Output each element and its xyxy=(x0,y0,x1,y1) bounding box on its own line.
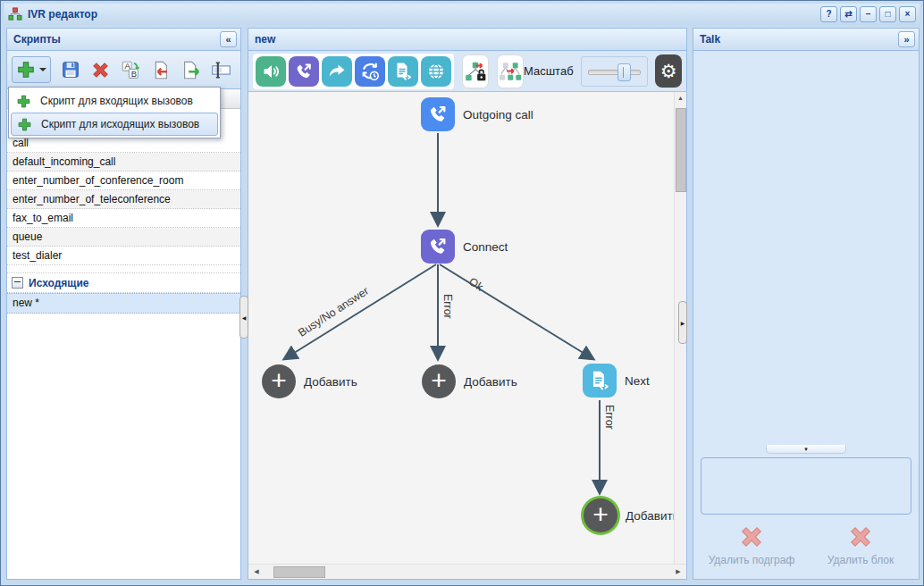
delete-subgraph-label: Удалить подграф xyxy=(709,554,795,566)
text-field-icon xyxy=(211,60,231,80)
collapse-left-panel-button[interactable]: « xyxy=(220,31,237,47)
menu-item-label: Скрипт для входящих вызовов xyxy=(40,95,193,107)
subgraph-lock-icon xyxy=(464,60,487,83)
graph-node[interactable]: +Добавить xyxy=(422,364,517,398)
expand-right-panel-button[interactable]: » xyxy=(898,31,915,47)
maximize-button[interactable]: □ xyxy=(879,6,896,22)
redirect-block-button[interactable] xyxy=(322,56,352,87)
graph-node[interactable]: +Добавить xyxy=(262,364,357,398)
titlebar: IVR редактор ?⇄–□× xyxy=(4,4,920,25)
zoom-slider[interactable] xyxy=(581,56,649,87)
horizontal-scroll-thumb[interactable] xyxy=(273,566,325,578)
plus-icon: + xyxy=(592,501,609,528)
add-node-icon[interactable]: + xyxy=(422,364,456,398)
delete-x-icon xyxy=(847,523,874,550)
editor-panel-title: new xyxy=(255,33,275,46)
script-list: calldefault_incoming_callenter_number_of… xyxy=(7,134,240,265)
horizontal-scrollbar[interactable]: ◀ ▶ xyxy=(248,564,686,579)
node-label: Добавить xyxy=(626,509,674,523)
rename-script-button[interactable]: A B xyxy=(121,60,140,80)
delete-script-button[interactable] xyxy=(90,60,111,80)
node-label: Connect xyxy=(463,240,508,254)
node-label: Next xyxy=(625,374,650,388)
forward-arrow-icon xyxy=(326,61,348,82)
script-row[interactable]: queue xyxy=(7,228,240,247)
doc-code-icon[interactable] xyxy=(583,364,617,398)
save-icon xyxy=(61,60,80,80)
lock-subgraph-button[interactable] xyxy=(462,54,489,88)
help-button[interactable]: ? xyxy=(820,6,837,22)
node-label: Добавить xyxy=(304,375,357,389)
block-palette xyxy=(253,54,454,89)
chevron-down-icon xyxy=(39,68,46,71)
settings-button[interactable]: ⚙ xyxy=(655,54,682,88)
circular-arrows-clock-icon xyxy=(359,61,381,82)
web-block-button[interactable] xyxy=(421,56,451,87)
memo-splitter-handle[interactable]: ▼ xyxy=(766,445,846,454)
talk-panel: Talk » ▼ Удалить подграф Удалить блок xyxy=(693,28,920,580)
graph-node[interactable]: Outgoing call xyxy=(421,97,533,131)
script-row[interactable]: enter_number_of_conference_room xyxy=(7,172,240,190)
delete-x-icon xyxy=(90,60,111,80)
app-icon xyxy=(8,7,22,21)
refresh-button[interactable]: ⇄ xyxy=(840,6,857,22)
export-script-button[interactable] xyxy=(181,60,201,80)
collapse-left-splitter[interactable]: ◀ xyxy=(239,296,248,339)
graph-node[interactable]: Connect xyxy=(421,230,508,264)
rename-ab-icon: A B xyxy=(121,60,140,80)
plus-icon: + xyxy=(431,367,447,394)
phone-out-icon[interactable] xyxy=(421,230,455,264)
script-row[interactable]: default_incoming_call xyxy=(7,153,240,172)
gear-icon: ⚙ xyxy=(660,61,677,81)
script-block-button[interactable] xyxy=(388,56,418,87)
script-row-selected[interactable]: new * xyxy=(7,293,240,314)
unlock-subgraph-button[interactable] xyxy=(497,54,524,88)
script-row[interactable]: test_dialer xyxy=(7,247,240,265)
editor-panel-header: new xyxy=(248,29,686,51)
menu-item[interactable]: Скрипт для входящих вызовов xyxy=(11,89,218,113)
plus-icon xyxy=(14,94,32,109)
memo-box[interactable] xyxy=(701,457,911,515)
graph-node[interactable]: +Добавить xyxy=(584,498,674,532)
phone-out-icon[interactable] xyxy=(421,97,455,131)
scripts-toolbar: A B xyxy=(7,51,240,89)
plus-icon: + xyxy=(271,367,287,394)
menu-item[interactable]: Скрипт для исходящих вызовов xyxy=(11,113,218,136)
script-row[interactable]: fax_to_email xyxy=(7,209,240,228)
save-script-button[interactable] xyxy=(61,60,80,80)
graph-node[interactable]: Next xyxy=(583,364,650,398)
group-row-outgoing[interactable]: Исходящие xyxy=(7,273,240,293)
scroll-left-arrow[interactable]: ◀ xyxy=(250,565,263,578)
menu-item-label: Скрипт для исходящих вызовов xyxy=(41,118,199,130)
doc-code-icon xyxy=(392,61,414,82)
minimize-button[interactable]: – xyxy=(860,6,877,22)
scroll-up-arrow[interactable]: ▲ xyxy=(675,92,686,104)
group-spacer xyxy=(7,265,240,273)
collapse-right-splitter[interactable]: ▶ xyxy=(678,301,687,344)
add-script-button[interactable] xyxy=(12,56,51,83)
zoom-label: Масштаб xyxy=(524,64,581,78)
add-node-icon[interactable]: + xyxy=(262,364,296,398)
editor-toolbar: Масштаб ⚙ xyxy=(248,51,686,92)
slider-thumb[interactable] xyxy=(617,63,631,81)
window-title: IVR редактор xyxy=(28,8,97,21)
talk-panel-title: Talk xyxy=(700,33,720,46)
graph-canvas[interactable]: Busy/No answerErrorOkError Outgoing call… xyxy=(248,92,674,564)
script-row[interactable]: enter_number_of_teleconference xyxy=(7,190,240,209)
add-node-icon[interactable]: + xyxy=(584,498,617,532)
node-label: Outgoing call xyxy=(463,108,533,121)
scroll-right-arrow[interactable]: ▶ xyxy=(672,565,685,578)
sound-block-button[interactable] xyxy=(256,56,286,87)
import-script-button[interactable] xyxy=(150,60,171,80)
window-controls: ?⇄–□× xyxy=(820,6,916,22)
rename-field-button[interactable] xyxy=(211,60,231,80)
delete-subgraph-button[interactable]: Удалить подграф xyxy=(697,523,806,579)
call-block-button[interactable] xyxy=(289,56,319,87)
svg-text:B: B xyxy=(131,70,137,79)
collapse-group-icon[interactable] xyxy=(12,277,23,289)
slider-track[interactable] xyxy=(588,70,642,75)
close-button[interactable]: × xyxy=(899,6,916,22)
vertical-scroll-thumb[interactable] xyxy=(676,108,686,192)
delete-block-button[interactable]: Удалить блок xyxy=(806,523,915,579)
retry-timer-block-button[interactable] xyxy=(355,56,385,87)
